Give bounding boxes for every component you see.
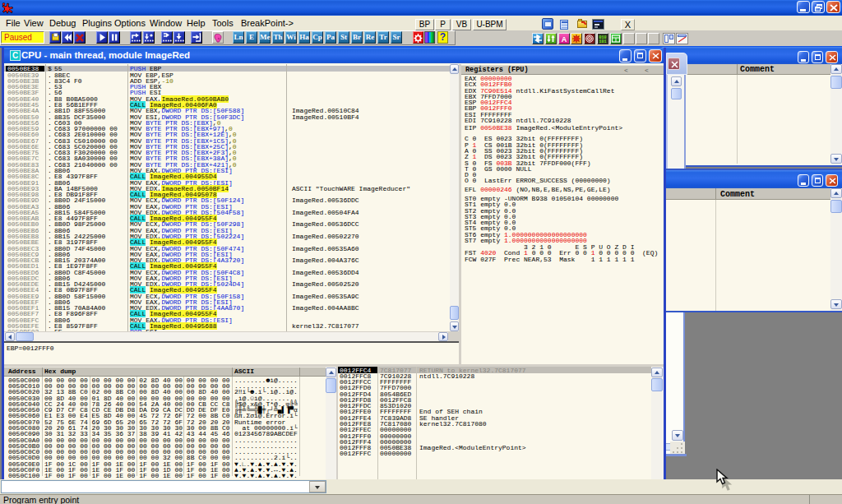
svg-text:101: 101 bbox=[599, 39, 606, 44]
svg-text:A: A bbox=[562, 35, 567, 44]
